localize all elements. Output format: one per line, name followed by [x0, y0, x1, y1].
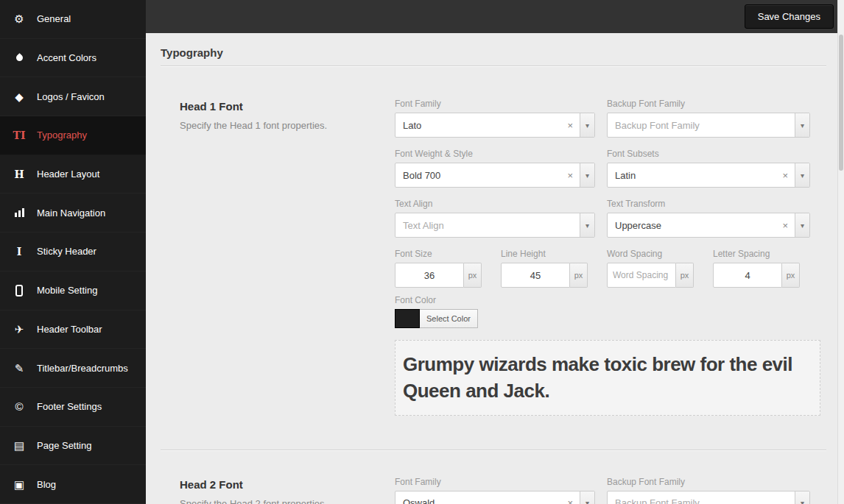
field-label: Word Spacing — [607, 249, 694, 259]
gem-icon: ◆ — [11, 91, 27, 102]
sidebar-item-accent-colors[interactable]: Accent Colors — [0, 39, 146, 78]
save-changes-button[interactable]: Save Changes — [745, 4, 834, 29]
sidebar-item-typography[interactable]: TI Typography — [0, 116, 146, 155]
select-value: Latin — [608, 170, 776, 181]
select-placeholder: Backup Font Family — [608, 120, 795, 131]
sidebar-item-label: Logos / Favicon — [37, 91, 105, 102]
text-transform-field: Text Transform Uppercase × ▾ — [607, 199, 810, 238]
field-label: Font Size — [395, 249, 482, 259]
clear-icon[interactable]: × — [560, 120, 580, 131]
section-title: Head 2 Font — [180, 478, 395, 491]
select-value: Lato — [395, 120, 560, 131]
sidebar-item-label: Header Toolbar — [37, 324, 102, 335]
section-info: Head 2 Font Specify the Head 2 font prop… — [180, 477, 395, 504]
select-placeholder: Text Align — [395, 220, 580, 231]
chevron-down-icon[interactable]: ▾ — [795, 163, 809, 187]
field-label: Font Color — [395, 295, 820, 305]
header-layout-icon: H — [11, 169, 27, 180]
unit-label: px — [782, 263, 800, 288]
sidebar-item-label: Footer Settings — [37, 401, 102, 412]
clear-icon[interactable]: × — [776, 220, 795, 231]
sidebar-item-header-toolbar[interactable]: ✈ Header Toolbar — [0, 310, 146, 349]
sidebar-item-blog[interactable]: ▣ Blog — [0, 465, 146, 504]
chevron-down-icon[interactable]: ▾ — [795, 491, 809, 504]
mobile-icon — [11, 285, 27, 297]
section-head2-font: Head 2 Font Specify the Head 2 font prop… — [161, 450, 826, 504]
content: Typography Head 1 Font Specify the Head … — [146, 33, 844, 504]
typography-icon: TI — [11, 130, 27, 141]
section-fields: Font Family Oswald × ▾ Backup Font Famil… — [395, 477, 820, 504]
font-family-select[interactable]: Oswald × ▾ — [395, 491, 595, 504]
gear-icon: ⚙ — [11, 13, 27, 24]
sidebar-item-sticky-header[interactable]: I Sticky Header — [0, 233, 146, 271]
scrollbar-thumb[interactable] — [839, 35, 843, 171]
font-family-field: Font Family Lato × ▾ — [395, 99, 595, 138]
font-size-input[interactable] — [395, 263, 464, 288]
font-family-field: Font Family Oswald × ▾ — [395, 477, 595, 504]
sidebar-item-page-setting[interactable]: ▤ Page Setting — [0, 427, 146, 466]
topbar: Save Changes — [146, 0, 844, 33]
font-subsets-field: Font Subsets Latin × ▾ — [607, 149, 810, 188]
clear-icon[interactable]: × — [560, 170, 580, 181]
page-title: Typography — [161, 46, 826, 59]
chevron-down-icon[interactable]: ▾ — [795, 213, 809, 237]
color-swatch[interactable] — [395, 309, 420, 328]
backup-font-family-field: Backup Font Family Backup Font Family ▾ — [607, 477, 810, 504]
sidebar-item-header-layout[interactable]: H Header Layout — [0, 155, 146, 194]
pencil-icon: ✎ — [11, 363, 27, 374]
backup-font-family-select[interactable]: Backup Font Family ▾ — [607, 491, 810, 504]
sidebar-item-label: Page Setting — [37, 440, 91, 451]
font-color-field: Font Color Select Color — [395, 295, 820, 328]
text-transform-select[interactable]: Uppercase × ▾ — [607, 213, 810, 238]
field-label: Letter Spacing — [713, 249, 800, 259]
font-weight-style-select[interactable]: Bold 700 × ▾ — [395, 163, 595, 188]
section-info: Head 1 Font Specify the Head 1 font prop… — [180, 99, 395, 416]
section-description: Specify the Head 1 font properties. — [180, 120, 395, 131]
word-spacing-field: Word Spacing px — [607, 249, 694, 288]
sidebar-item-logos-favicon[interactable]: ◆ Logos / Favicon — [0, 77, 146, 116]
field-label: Text Transform — [607, 199, 810, 209]
text-align-field: Text Align Text Align ▾ — [395, 199, 595, 238]
font-subsets-select[interactable]: Latin × ▾ — [607, 163, 810, 188]
sidebar-item-mobile-setting[interactable]: Mobile Setting — [0, 271, 146, 310]
line-height-field: Line Height px — [501, 249, 588, 288]
field-label: Backup Font Family — [607, 99, 810, 109]
section-description: Specify the Head 2 font properties. — [180, 498, 395, 504]
sidebar-item-main-navigation[interactable]: Main Navigation — [0, 194, 146, 233]
select-value: Bold 700 — [395, 170, 560, 181]
chevron-down-icon[interactable]: ▾ — [580, 113, 594, 137]
chevron-down-icon[interactable]: ▾ — [580, 163, 594, 187]
clear-icon[interactable]: × — [776, 170, 795, 181]
select-value: Oswald — [395, 497, 560, 504]
sidebar-item-label: Mobile Setting — [37, 285, 97, 296]
chevron-down-icon[interactable]: ▾ — [580, 213, 594, 237]
text-align-select[interactable]: Text Align ▾ — [395, 213, 595, 238]
clear-icon[interactable]: × — [560, 497, 580, 504]
sidebar-item-footer-settings[interactable]: © Footer Settings — [0, 388, 146, 427]
word-spacing-input[interactable] — [607, 263, 676, 288]
unit-label: px — [676, 263, 694, 288]
font-family-select[interactable]: Lato × ▾ — [395, 113, 595, 138]
chevron-down-icon[interactable]: ▾ — [580, 491, 594, 504]
field-label: Line Height — [501, 249, 588, 259]
select-color-button[interactable]: Select Color — [420, 309, 478, 328]
line-height-input[interactable] — [501, 263, 570, 288]
sidebar: ⚙ General Accent Colors ◆ Logos / Favico… — [0, 0, 146, 504]
scrollbar-track[interactable] — [837, 0, 844, 504]
field-label: Font Subsets — [607, 149, 810, 159]
section-title: Head 1 Font — [180, 100, 395, 113]
sidebar-item-titlebar-breadcrumbs[interactable]: ✎ Titlebar/Breadcrumbs — [0, 349, 146, 388]
letter-spacing-field: Letter Spacing px — [713, 249, 800, 288]
field-label: Backup Font Family — [607, 477, 810, 487]
font-preview: Grumpy wizards make toxic brew for the e… — [395, 340, 820, 416]
chevron-down-icon[interactable]: ▾ — [795, 113, 809, 137]
section-fields: Font Family Lato × ▾ Backup Font Family … — [395, 99, 820, 416]
field-label: Font Weight & Style — [395, 149, 595, 159]
letter-spacing-input[interactable] — [713, 263, 782, 288]
bar-chart-icon — [11, 208, 27, 217]
blog-icon: ▣ — [11, 479, 27, 490]
backup-font-family-field: Backup Font Family Backup Font Family ▾ — [607, 99, 810, 138]
select-placeholder: Backup Font Family — [608, 497, 795, 504]
sidebar-item-general[interactable]: ⚙ General — [0, 0, 146, 39]
backup-font-family-select[interactable]: Backup Font Family ▾ — [607, 113, 810, 138]
